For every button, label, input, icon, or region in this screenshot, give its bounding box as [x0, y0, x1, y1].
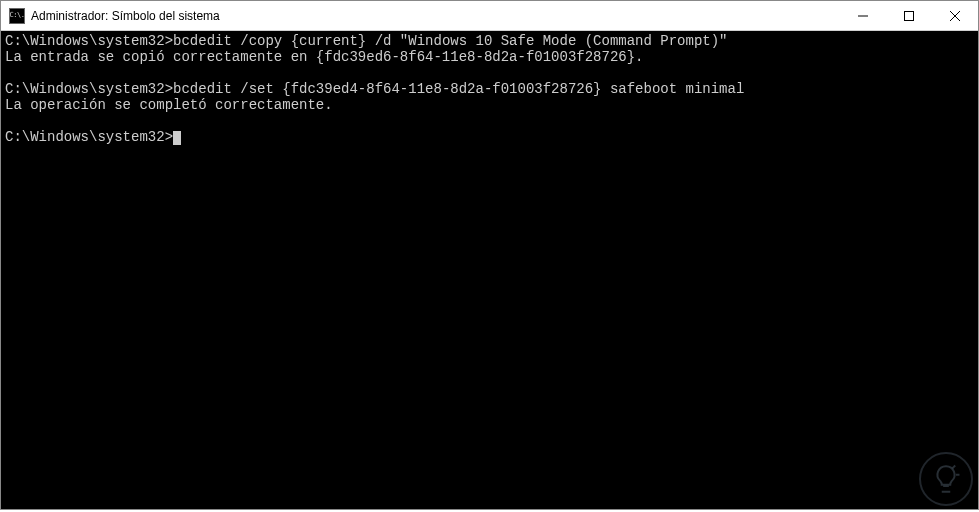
window-title: Administrador: Símbolo del sistema	[31, 9, 840, 23]
command-text: bcdedit /set {fdc39ed4-8f64-11e8-8d2a-f0…	[173, 81, 744, 97]
window-controls	[840, 1, 978, 30]
terminal-line: La entrada se copió correctamente en {fd…	[5, 49, 974, 65]
svg-rect-1	[905, 11, 914, 20]
terminal-line	[5, 65, 974, 81]
minimize-icon	[858, 11, 868, 21]
terminal-line: C:\Windows\system32>bcdedit /copy {curre…	[5, 33, 974, 49]
cmd-icon: C:\.	[9, 8, 25, 24]
command-prompt-window: C:\. Administrador: Símbolo del sistema …	[0, 0, 979, 510]
close-icon	[950, 11, 960, 21]
cmd-icon-label: C:\.	[10, 12, 25, 19]
minimize-button[interactable]	[840, 1, 886, 30]
close-button[interactable]	[932, 1, 978, 30]
cursor	[173, 131, 181, 145]
terminal-line: C:\Windows\system32>bcdedit /set {fdc39e…	[5, 81, 974, 97]
terminal-line: La operación se completó correctamente.	[5, 97, 974, 113]
maximize-button[interactable]	[886, 1, 932, 30]
prompt-text: C:\Windows\system32>	[5, 81, 173, 97]
prompt-text: C:\Windows\system32>	[5, 129, 173, 145]
titlebar[interactable]: C:\. Administrador: Símbolo del sistema	[1, 1, 978, 31]
terminal-output[interactable]: C:\Windows\system32>bcdedit /copy {curre…	[1, 31, 978, 509]
terminal-line	[5, 113, 974, 129]
command-text: bcdedit /copy {current} /d "Windows 10 S…	[173, 33, 728, 49]
maximize-icon	[904, 11, 914, 21]
prompt-text: C:\Windows\system32>	[5, 33, 173, 49]
terminal-line: C:\Windows\system32>	[5, 129, 974, 145]
